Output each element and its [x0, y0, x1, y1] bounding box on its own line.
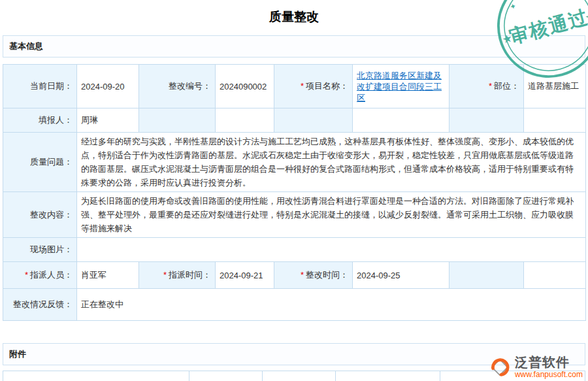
empty-label-cell	[449, 262, 524, 289]
project-name-label: *项目名称：	[274, 65, 353, 108]
page-title: 质量整改	[0, 0, 588, 35]
reporter-label: 填报人：	[3, 108, 77, 133]
attach-header-upload-time: 上传时间	[336, 371, 440, 381]
rectification-value: 为延长旧路面的使用寿命或改善旧路面的使用性能，用改性沥青混合料进行罩面处理是一种…	[77, 192, 586, 238]
assignee-value: 肖亚军	[77, 262, 139, 289]
current-date-value: 2024-09-20	[77, 65, 139, 108]
assign-time-label: *指派时间：	[139, 262, 216, 289]
rectification-label: 整改内容：	[3, 192, 77, 238]
required-asterisk: *	[301, 270, 304, 280]
project-name-label-text: 项目名称：	[306, 81, 348, 91]
required-asterisk: *	[163, 270, 167, 280]
reporter-value: 周琳	[77, 108, 139, 133]
site-photos-value	[77, 238, 586, 262]
section-basic-info: 基本信息	[3, 35, 585, 58]
required-asterisk: *	[25, 270, 28, 280]
empty-label-cell	[139, 108, 216, 133]
form-row-assignment: *指派人员： 肖亚军 *指派时间： 2024-09-21 *整改时间： 2024…	[3, 262, 586, 289]
empty-value-cell	[353, 108, 449, 133]
rectify-time-label: *整改时间：	[274, 262, 353, 289]
form-row-1: 当前日期： 2024-09-20 整改编号： 2024090002 *项目名称：…	[3, 65, 586, 108]
current-date-label: 当前日期：	[3, 65, 77, 108]
form-row-site-photos: 现场图片：	[3, 238, 586, 262]
feedback-value: 正在整改中	[77, 289, 586, 321]
feedback-label: 整改情况反馈：	[3, 289, 77, 321]
part-value: 道路基层施工	[524, 65, 586, 108]
empty-value-cell	[524, 262, 586, 289]
basic-info-table: 当前日期： 2024-09-20 整改编号： 2024090002 *项目名称：…	[3, 64, 586, 321]
required-asterisk: *	[301, 81, 304, 91]
attach-header-file-size: 文件大小	[189, 371, 263, 381]
site-photos-label: 现场图片：	[3, 238, 77, 262]
form-row-rectification: 整改内容： 为延长旧路面的使用寿命或改善旧路面的使用性能，用改性沥青混合料进行罩…	[3, 192, 586, 238]
part-label-text: 部位：	[494, 81, 519, 91]
attach-header-file-name: 文件名称	[3, 371, 189, 381]
quality-issue-value: 经过多年的研究与实践，半刚性基层的设计方法与施工工艺均已成熟，这种基层具有板体性…	[77, 133, 586, 192]
rectify-time-value: 2024-09-25	[353, 262, 449, 289]
form-row-2: 填报人： 周琳	[3, 108, 586, 133]
rectify-no-label: 整改编号：	[139, 65, 216, 108]
form-row-feedback: 整改情况反馈： 正在整改中	[3, 289, 586, 321]
rectify-time-label-text: 整改时间：	[306, 270, 348, 280]
required-asterisk: *	[489, 81, 492, 91]
project-name-link[interactable]: 北京路道服务区新建及改扩建项目合同段三工区	[357, 71, 442, 103]
rectify-no-value: 2024090002	[216, 65, 274, 108]
vendor-url: www.fanpusoft.com	[515, 370, 583, 379]
empty-value-cell	[524, 108, 586, 133]
vendor-logo: 泛普软件 www.fanpusoft.com	[489, 355, 583, 379]
empty-label-cell	[274, 108, 353, 133]
assignee-label: *指派人员：	[3, 262, 77, 289]
empty-value-cell	[216, 108, 274, 133]
assignee-label-text: 指派人员：	[30, 270, 73, 280]
assign-time-label-text: 指派时间：	[169, 270, 211, 280]
vendor-name: 泛普软件	[515, 355, 583, 369]
empty-label-cell	[449, 108, 524, 133]
form-row-quality-issue: 质量问题： 经过多年的研究与实践，半刚性基层的设计方法与施工工艺均已成熟，这种基…	[3, 133, 586, 192]
quality-issue-label: 质量问题：	[3, 133, 77, 192]
part-label: *部位：	[449, 65, 524, 108]
attach-header-uploader: 上传人	[263, 371, 336, 381]
project-name-cell: 北京路道服务区新建及改扩建项目合同段三工区	[353, 65, 449, 108]
fanpu-logo-icon	[489, 356, 511, 378]
assign-time-value: 2024-09-21	[216, 262, 274, 289]
